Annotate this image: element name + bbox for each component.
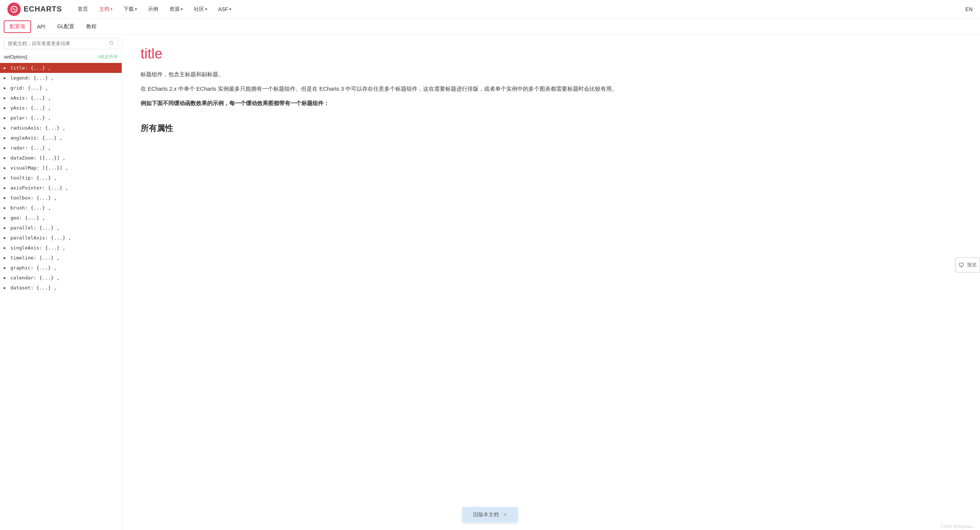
tree-item[interactable]: ▶angleAxis: {...} , [0, 133, 122, 143]
tree-item-label: dataZoom: [{...}] , [10, 155, 65, 161]
tree-item-label: yAxis: {...} , [10, 105, 51, 111]
tree-item[interactable]: ▶calendar: {...} , [0, 273, 122, 283]
tree-arrow-icon: ▶ [4, 236, 9, 240]
asf-caret-icon: ▾ [229, 7, 231, 11]
nav-resources[interactable]: 资源 ▾ [165, 4, 187, 15]
svg-rect-3 [959, 263, 963, 266]
tree-item-label: brush: {...} , [10, 205, 51, 211]
tree-item-label: grid: {...} , [10, 85, 48, 91]
nav-community[interactable]: 社区 ▾ [189, 4, 212, 15]
doc-title: title [140, 46, 961, 62]
tree-item[interactable]: ▶singleAxis: {...} , [0, 243, 122, 253]
tree-item[interactable]: ▶dataset: {...} , [0, 283, 122, 293]
tree-item[interactable]: ▶axisPointer: {...} , [0, 183, 122, 193]
tree-item[interactable]: ▶yAxis: {...} , [0, 103, 122, 113]
tree-item[interactable]: ▶tooltip: {...} , [0, 173, 122, 183]
tab-gl[interactable]: GL配置 [51, 20, 81, 34]
tree-item-label: axisPointer: {...} , [10, 185, 68, 191]
tree-arrow-icon: ▶ [4, 246, 9, 250]
tree-item[interactable]: ▶timeline: {...} , [0, 253, 122, 263]
tree-arrow-icon: ▶ [4, 226, 9, 230]
tree-item-label: tooltip: {...} , [10, 175, 57, 180]
old-version-close-button[interactable]: × [503, 512, 507, 518]
logo-icon [7, 3, 21, 16]
tree-arrow-icon: ▶ [4, 276, 9, 280]
tree-arrow-icon: ▶ [4, 286, 9, 290]
tree-item-label: xAxis: {...} , [10, 95, 51, 101]
doc-desc-1: 标题组件，包含主标题和副标题。 [140, 69, 961, 79]
tree-item-label: timeline: {...} , [10, 255, 60, 260]
tree-item[interactable]: ▶xAxis: {...} , [0, 93, 122, 103]
tree-item[interactable]: ▶legend: {...} , [0, 73, 122, 83]
search-button[interactable] [105, 38, 118, 49]
resources-caret-icon: ▾ [181, 7, 183, 11]
tree-item-label: singleAxis: {...} , [10, 245, 65, 251]
nav-examples[interactable]: 示例 [143, 4, 163, 15]
set-option-label: setOption({ [4, 54, 27, 60]
sidebar: setOption({ ≡收起所有 ▶title: {...} ,▶legend… [0, 35, 122, 530]
tree-item-label: polar: {...} , [10, 115, 51, 121]
tree-item[interactable]: ▶radiusAxis: {...} , [0, 123, 122, 133]
tree-header: setOption({ ≡收起所有 [0, 52, 122, 61]
tree-item[interactable]: ▶visualMap: [{...}] , [0, 163, 122, 173]
search-bar[interactable] [4, 38, 118, 49]
doc-tabs: 配置项 API GL配置 教程 [0, 19, 980, 35]
tree-item-label: legend: {...} , [10, 75, 54, 81]
nav-home[interactable]: 首页 [73, 4, 92, 15]
navbar: ECHARTS 首页 文档 ▾ 下载 ▾ 示例 资源 ▾ 社区 ▾ ASF ▾ … [0, 0, 980, 19]
nav-download[interactable]: 下载 ▾ [119, 4, 141, 15]
tree-item-label: geo: {...} , [10, 215, 45, 220]
tree-arrow-icon: ▶ [4, 256, 9, 260]
tree-arrow-icon: ▶ [4, 116, 9, 120]
doc-desc-3: 例如下面不同缓动函数效果的示例，每一个缓动效果图都带有一个标题组件： [140, 98, 961, 108]
tree-item[interactable]: ▶graphic: {...} , [0, 263, 122, 273]
tree-item-label: radar: {...} , [10, 145, 51, 151]
search-input[interactable] [4, 38, 105, 48]
tree-arrow-icon: ▶ [4, 66, 9, 70]
tree-item-label: parallel: {...} , [10, 225, 60, 231]
tab-api[interactable]: API [31, 20, 51, 33]
tree-item[interactable]: ▶radar: {...} , [0, 143, 122, 153]
section-all-props-title: 所有属性 [140, 123, 961, 134]
svg-line-2 [113, 44, 113, 45]
tree-item[interactable]: ▶polar: {...} , [0, 113, 122, 123]
layout: setOption({ ≡收起所有 ▶title: {...} ,▶legend… [0, 35, 980, 530]
tree-arrow-icon: ▶ [4, 86, 9, 90]
tree-item[interactable]: ▶parallelAxis: {...} , [0, 233, 122, 243]
lang-switcher[interactable]: EN [966, 6, 973, 12]
preview-button[interactable]: 预览 [956, 258, 980, 272]
tab-tutorial[interactable]: 教程 [80, 20, 102, 34]
tree-item-label: radiusAxis: {...} , [10, 125, 65, 131]
tree-item-label: dataset: {...} , [10, 285, 57, 291]
tree-item-label: calendar: {...} , [10, 275, 60, 281]
tab-config[interactable]: 配置项 [4, 20, 31, 33]
tree-arrow-icon: ▶ [4, 106, 9, 110]
logo-text: ECHARTS [24, 5, 62, 13]
tree-item[interactable]: ▶toolbox: {...} , [0, 193, 122, 203]
tree-arrow-icon: ▶ [4, 146, 9, 150]
tree-arrow-icon: ▶ [4, 186, 9, 190]
logo[interactable]: ECHARTS [7, 3, 62, 16]
nav-asf[interactable]: ASF ▾ [214, 4, 235, 14]
download-caret-icon: ▾ [135, 7, 137, 11]
svg-point-1 [110, 41, 113, 44]
tree-item[interactable]: ▶title: {...} , [0, 63, 122, 73]
tree-item[interactable]: ▶parallel: {...} , [0, 223, 122, 233]
community-caret-icon: ▾ [205, 7, 207, 11]
tree-item[interactable]: ▶grid: {...} , [0, 83, 122, 93]
nav-docs[interactable]: 文档 ▾ [95, 4, 117, 15]
tree-item-label: visualMap: [{...}] , [10, 165, 68, 171]
tree-list: ▶title: {...} ,▶legend: {...} ,▶grid: {.… [0, 61, 122, 530]
tree-item[interactable]: ▶geo: {...} , [0, 213, 122, 223]
tree-item[interactable]: ▶brush: {...} , [0, 203, 122, 213]
old-version-banner: 旧版本文档 × [462, 507, 518, 523]
tree-item-label: parallelAxis: {...} , [10, 235, 71, 241]
tree-item[interactable]: ▶dataZoom: [{...}] , [0, 153, 122, 163]
copyright: CSDN @Argonau... [941, 524, 976, 528]
preview-icon [959, 262, 965, 268]
tree-arrow-icon: ▶ [4, 136, 9, 140]
main-content: title 标题组件，包含主标题和副标题。 在 ECharts 2.x 中单个 … [122, 35, 980, 530]
collapse-all-button[interactable]: ≡收起所有 [98, 54, 118, 60]
tree-arrow-icon: ▶ [4, 216, 9, 220]
tree-arrow-icon: ▶ [4, 166, 9, 170]
